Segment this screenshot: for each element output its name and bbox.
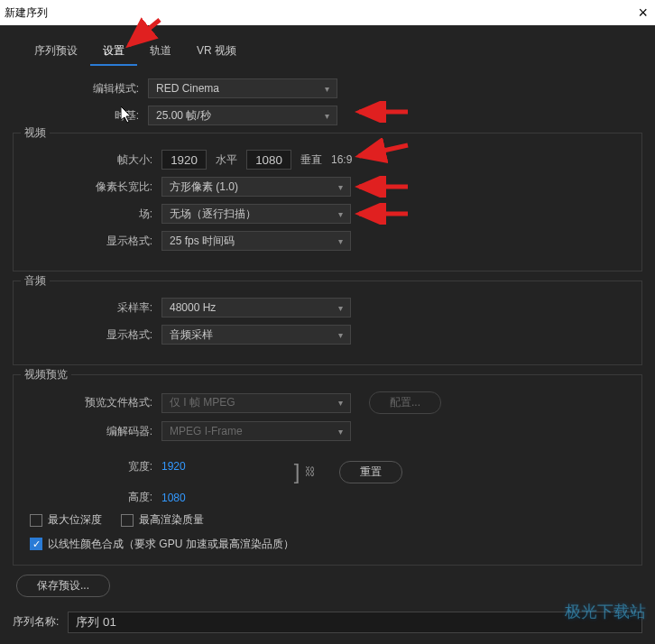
chevron-down-icon: ▾: [338, 330, 343, 340]
audio-display-format-dropdown[interactable]: 音频采样 ▾: [161, 325, 351, 345]
aspect-ratio: 16:9: [331, 153, 352, 166]
chevron-down-icon: ▾: [338, 182, 343, 192]
titlebar: 新建序列 ×: [0, 0, 655, 25]
dialog-body: 序列预设 设置 轨道 VR 视频 编辑模式: RED Cinema ▾ 时基: …: [0, 25, 655, 644]
max-bit-depth-checkbox[interactable]: 最大位深度: [30, 512, 102, 528]
checkbox-checked-icon: ✓: [30, 538, 42, 550]
tab-settings[interactable]: 设置: [90, 38, 137, 66]
edit-mode-value: RED Cinema: [156, 82, 219, 95]
max-render-quality-checkbox[interactable]: 最高渲染质量: [121, 512, 204, 528]
frame-width-input[interactable]: [161, 150, 207, 170]
timebase-label: 时基:: [13, 108, 148, 124]
tab-preset[interactable]: 序列预设: [22, 38, 90, 66]
sample-rate-dropdown[interactable]: 48000 Hz ▾: [161, 298, 351, 317]
fields-dropdown[interactable]: 无场（逐行扫描） ▾: [161, 204, 351, 224]
preview-file-format-dropdown: 仅 I 帧 MPEG ▾: [161, 393, 351, 413]
sample-rate-label: 采样率:: [26, 300, 161, 316]
preview-group-title: 视频预览: [21, 367, 71, 382]
chevron-down-icon: ▾: [338, 236, 343, 246]
chevron-down-icon: ▾: [338, 398, 343, 408]
tab-vr[interactable]: VR 视频: [184, 38, 249, 66]
link-icon[interactable]: ⛓: [305, 465, 316, 478]
checkbox-icon: [121, 514, 134, 527]
video-display-format-label: 显示格式:: [26, 234, 161, 249]
video-display-format-value: 25 fps 时间码: [170, 234, 235, 249]
codec-label: 编解码器:: [26, 424, 161, 439]
timebase-dropdown[interactable]: 25.00 帧/秒 ▾: [148, 106, 337, 125]
video-group-title: 视频: [21, 125, 50, 141]
video-group: 视频 帧大小: 水平 垂直 16:9 像素长宽比: 方形像素 (1.0) ▾ 场…: [13, 133, 642, 271]
vertical-label: 垂直: [300, 152, 322, 168]
checkbox-icon: [30, 514, 42, 527]
timebase-value: 25.00 帧/秒: [156, 108, 211, 124]
fields-label: 场:: [26, 207, 161, 222]
preview-file-format-label: 预览文件格式:: [26, 395, 161, 410]
sample-rate-value: 48000 Hz: [170, 301, 216, 314]
codec-dropdown: MPEG I-Frame ▾: [161, 421, 351, 441]
edit-mode-dropdown[interactable]: RED Cinema ▾: [148, 78, 337, 98]
close-icon[interactable]: ×: [638, 4, 648, 23]
video-display-format-dropdown[interactable]: 25 fps 时间码 ▾: [161, 231, 351, 251]
tab-bar: 序列预设 设置 轨道 VR 视频: [13, 38, 642, 66]
audio-group-title: 音频: [21, 273, 50, 289]
edit-mode-label: 编辑模式:: [13, 81, 148, 97]
preview-width-value[interactable]: 1920: [161, 460, 186, 473]
preview-height-value[interactable]: 1080: [161, 492, 186, 504]
preview-width-label: 宽度:: [26, 459, 161, 474]
save-preset-button[interactable]: 保存预设...: [16, 575, 110, 597]
chevron-down-icon: ▾: [338, 303, 343, 313]
max-bit-depth-label: 最大位深度: [48, 512, 102, 528]
sequence-name-label: 序列名称:: [13, 614, 59, 630]
linear-color-checkbox[interactable]: ✓ 以线性颜色合成（要求 GPU 加速或最高渲染品质）: [30, 537, 294, 552]
dialog-title: 新建序列: [5, 5, 48, 21]
bracket-icon: ]: [294, 459, 300, 484]
pixel-aspect-value: 方形像素 (1.0): [170, 179, 238, 195]
horizontal-label: 水平: [216, 152, 237, 168]
max-render-quality-label: 最高渲染质量: [139, 512, 204, 528]
audio-display-format-value: 音频采样: [170, 327, 213, 343]
pixel-aspect-dropdown[interactable]: 方形像素 (1.0) ▾: [161, 177, 351, 197]
audio-group: 音频 采样率: 48000 Hz ▾ 显示格式: 音频采样 ▾: [13, 281, 642, 365]
frame-height-input[interactable]: [246, 150, 291, 170]
audio-display-format-label: 显示格式:: [26, 327, 161, 343]
pixel-aspect-label: 像素长宽比:: [26, 179, 161, 195]
chevron-down-icon: ▾: [338, 209, 343, 219]
preview-group: 视频预览 预览文件格式: 仅 I 帧 MPEG ▾ 配置... 编解码器: MP…: [13, 374, 642, 566]
chevron-down-icon: ▾: [325, 111, 329, 121]
linear-color-label: 以线性颜色合成（要求 GPU 加速或最高渲染品质）: [48, 537, 294, 552]
frame-size-label: 帧大小:: [26, 152, 161, 168]
sequence-name-input[interactable]: [68, 612, 642, 633]
codec-value: MPEG I-Frame: [170, 425, 243, 437]
chevron-down-icon: ▾: [338, 427, 343, 437]
tab-tracks[interactable]: 轨道: [137, 38, 184, 66]
reset-button[interactable]: 重置: [339, 461, 402, 483]
fields-value: 无场（逐行扫描）: [170, 207, 256, 222]
preview-height-label: 高度:: [26, 490, 161, 505]
chevron-down-icon: ▾: [325, 84, 329, 94]
preview-file-format-value: 仅 I 帧 MPEG: [170, 395, 235, 410]
configure-button: 配置...: [369, 391, 441, 414]
